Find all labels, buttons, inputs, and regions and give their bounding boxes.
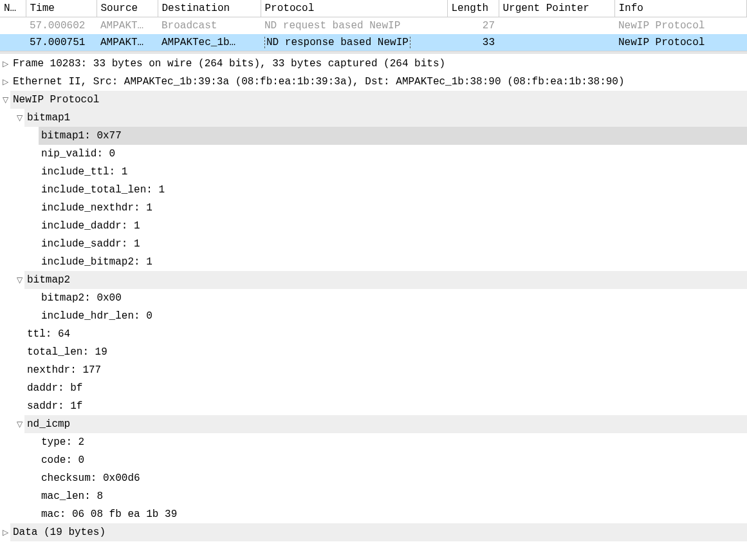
field-text: include_total_len: 1 [39, 181, 747, 199]
col-time[interactable]: Time [26, 0, 97, 17]
field-text: mac_len: 8 [39, 487, 747, 505]
col-source[interactable]: Source [97, 0, 158, 17]
col-length[interactable]: Length [447, 0, 499, 17]
tree-field[interactable]: ·mac_len: 8 [0, 487, 747, 505]
cell-no [0, 34, 26, 51]
newip-label: NewIP Protocol [10, 91, 747, 109]
field-text: include_daddr: 1 [39, 217, 747, 235]
field-text: daddr: bf [24, 379, 747, 397]
field-text: saddr: 1f [24, 397, 747, 415]
tree-item-nd-icmp[interactable]: ▽ nd_icmp [0, 415, 747, 433]
field-text: include_nexthdr: 1 [39, 199, 747, 217]
tree-field[interactable]: ·daddr: bf [0, 379, 747, 397]
cell-length: 27 [447, 17, 499, 35]
field-text: checksum: 0x00d6 [39, 469, 747, 487]
frame-label: Frame 10283: 33 bytes on wire (264 bits)… [10, 55, 747, 73]
tree-field[interactable]: ·saddr: 1f [0, 397, 747, 415]
col-protocol[interactable]: Protocol [261, 0, 447, 17]
cell-no [0, 17, 26, 35]
expand-icon[interactable]: ▷ [0, 526, 10, 539]
field-text: include_saddr: 1 [39, 235, 747, 253]
collapse-icon[interactable]: ▽ [14, 274, 24, 287]
cell-destination: Broadcast [158, 17, 261, 35]
col-destination[interactable]: Destination [158, 0, 261, 17]
cell-destination: AMPAKTec_1b… [158, 34, 261, 51]
packet-row[interactable]: 57.000602 AMPAKT… Broadcast ND request b… [0, 17, 747, 35]
tree-field[interactable]: ·bitmap2: 0x00 [0, 289, 747, 307]
tree-field[interactable]: ·mac: 06 08 fb ea 1b 39 [0, 505, 747, 523]
tree-item-newip[interactable]: ▽ NewIP Protocol [0, 91, 747, 109]
tree-field[interactable]: ·type: 2 [0, 433, 747, 451]
field-text: code: 0 [39, 451, 747, 469]
tree-field-bitmap1-value[interactable]: · bitmap1: 0x77 [0, 127, 747, 145]
expand-icon[interactable]: ▷ [0, 75, 10, 89]
field-text: include_hdr_len: 0 [39, 307, 747, 325]
tree-field[interactable]: ·include_hdr_len: 0 [0, 307, 747, 325]
tree-field[interactable]: ·ttl: 64 [0, 325, 747, 343]
bitmap2-label: bitmap2 [24, 271, 747, 289]
tree-field[interactable]: ·include_daddr: 1 [0, 217, 747, 235]
cell-source: AMPAKT… [97, 34, 158, 51]
tree-field[interactable]: ·code: 0 [0, 451, 747, 469]
cell-info: NewIP Protocol [614, 17, 747, 35]
tree-field[interactable]: ·include_ttl: 1 [0, 163, 747, 181]
collapse-icon[interactable]: ▽ [14, 418, 24, 431]
ethernet-label: Ethernet II, Src: AMPAKTec_1b:39:3a (08:… [10, 73, 747, 91]
col-info[interactable]: Info [614, 0, 747, 17]
cell-urgent [499, 34, 614, 51]
expand-icon[interactable]: ▷ [0, 57, 10, 71]
tree-field[interactable]: ·nip_valid: 0 [0, 145, 747, 163]
tree-field[interactable]: ·nexthdr: 177 [0, 361, 747, 379]
field-text: bitmap1: 0x77 [39, 127, 747, 145]
bitmap1-label: bitmap1 [24, 109, 747, 127]
cell-length: 33 [447, 34, 499, 51]
cell-protocol: ND response based NewIP [261, 34, 447, 51]
collapse-icon[interactable]: ▽ [14, 111, 24, 125]
tree-item-bitmap1[interactable]: ▽ bitmap1 [0, 109, 747, 127]
tree-field[interactable]: ·include_bitmap2: 1 [0, 253, 747, 271]
tree-field[interactable]: ·include_saddr: 1 [0, 235, 747, 253]
tree-field[interactable]: ·total_len: 19 [0, 343, 747, 361]
collapse-icon[interactable]: ▽ [0, 93, 10, 107]
tree-field[interactable]: ·include_total_len: 1 [0, 181, 747, 199]
col-no[interactable]: No. [0, 0, 26, 17]
field-text: nip_valid: 0 [39, 145, 747, 163]
cell-time: 57.000602 [26, 17, 97, 35]
field-text: nexthdr: 177 [24, 361, 747, 379]
cell-info: NewIP Protocol [614, 34, 747, 51]
tree-field[interactable]: ·include_nexthdr: 1 [0, 199, 747, 217]
tree-item-frame[interactable]: ▷ Frame 10283: 33 bytes on wire (264 bit… [0, 55, 747, 73]
data-label: Data (19 bytes) [10, 523, 747, 541]
cell-source: AMPAKT… [97, 17, 158, 35]
tree-item-data[interactable]: ▷ Data (19 bytes) [0, 523, 747, 541]
packet-details-pane: ▷ Frame 10283: 33 bytes on wire (264 bit… [0, 53, 747, 543]
cell-urgent [499, 17, 614, 35]
field-text: mac: 06 08 fb ea 1b 39 [39, 505, 747, 523]
field-text: ttl: 64 [24, 325, 747, 343]
spacer-icon: · [28, 129, 39, 143]
cell-protocol: ND request based NewIP [261, 17, 447, 35]
field-text: include_ttl: 1 [39, 163, 747, 181]
tree-item-bitmap2[interactable]: ▽ bitmap2 [0, 271, 747, 289]
field-text: bitmap2: 0x00 [39, 289, 747, 307]
tree-item-ethernet[interactable]: ▷ Ethernet II, Src: AMPAKTec_1b:39:3a (0… [0, 73, 747, 91]
field-text: total_len: 19 [24, 343, 747, 361]
cell-time: 57.000751 [26, 34, 97, 51]
col-urgent[interactable]: Urgent Pointer [499, 0, 614, 17]
nd-icmp-label: nd_icmp [24, 415, 747, 433]
packet-list-table: No. Time Source Destination Protocol Len… [0, 0, 747, 51]
tree-field[interactable]: ·checksum: 0x00d6 [0, 469, 747, 487]
field-text: include_bitmap2: 1 [39, 253, 747, 271]
packet-list-header[interactable]: No. Time Source Destination Protocol Len… [0, 0, 747, 17]
field-text: type: 2 [39, 433, 747, 451]
packet-row-selected[interactable]: 57.000751 AMPAKT… AMPAKTec_1b… ND respon… [0, 34, 747, 51]
